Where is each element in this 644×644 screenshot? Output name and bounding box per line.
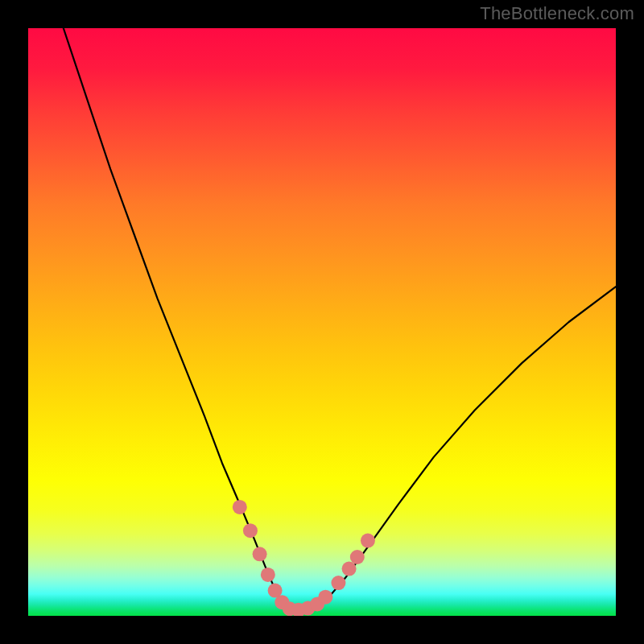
optimum-marker <box>342 562 357 576</box>
optimum-marker <box>331 576 345 590</box>
optimum-marker <box>233 500 247 514</box>
optimum-marker <box>350 550 365 564</box>
optimum-marker <box>318 590 332 605</box>
optimum-markers <box>233 500 375 616</box>
chart-stage: TheBottleneck.com <box>0 0 644 644</box>
optimum-marker <box>361 534 375 548</box>
optimum-marker <box>253 547 267 561</box>
watermark-text: TheBottleneck.com <box>480 3 634 24</box>
curve-overlay <box>28 28 616 616</box>
bottleneck-curve <box>64 28 616 610</box>
optimum-marker <box>261 568 275 582</box>
optimum-marker <box>243 523 258 538</box>
plot-area <box>28 28 616 616</box>
